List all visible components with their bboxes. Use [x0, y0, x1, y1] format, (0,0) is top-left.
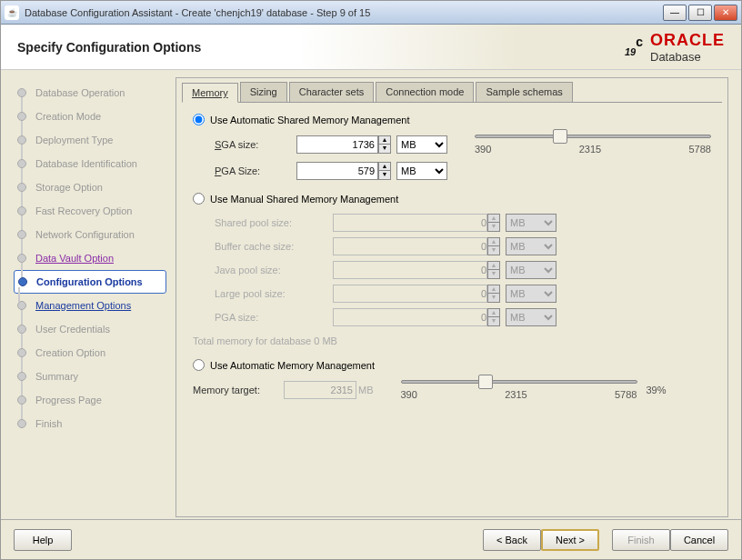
shared_pool-label: Shared pool size:	[215, 217, 333, 228]
large_pool-label: Large pool size:	[215, 288, 333, 299]
java_pool-label: Java pool size:	[215, 265, 333, 275]
radio-auto-shared-label: Use Automatic Shared Memory Management	[210, 115, 410, 125]
next-button[interactable]: Next >	[541, 529, 599, 551]
app-icon: ☕	[5, 5, 19, 20]
memory-target-percent: 39%	[647, 385, 667, 395]
sidebar-step-2: Deployment Type	[17, 128, 166, 152]
tab-memory[interactable]: Memory	[182, 83, 238, 103]
logo: 19c ORACLE Database	[625, 31, 725, 64]
help-button[interactable]: Help	[14, 529, 72, 551]
pga-label: PGA size:	[215, 312, 333, 323]
sidebar-step-7[interactable]: Data Vault Option	[17, 246, 166, 270]
buffer_cache-unit: MB	[506, 237, 556, 255]
buffer_cache-spinner: ▲▼	[487, 237, 500, 255]
tabs: Memory Sizing Character sets Connection …	[176, 78, 727, 102]
tab-sizing[interactable]: Sizing	[240, 82, 287, 102]
sidebar-step-0: Database Operation	[17, 81, 166, 105]
sga-slider[interactable]	[475, 135, 711, 138]
large_pool-input	[333, 285, 487, 303]
radio-auto[interactable]	[193, 359, 205, 371]
pga-label: PGA Size:	[215, 165, 296, 176]
header: Specify Configuration Options 19c ORACLE…	[1, 25, 741, 70]
tab-sample-schemas[interactable]: Sample schemas	[476, 82, 572, 102]
sga-unit[interactable]: MB	[396, 135, 447, 154]
memory-target-slider	[401, 380, 637, 384]
sidebar-step-5: Fast Recovery Option	[17, 199, 166, 223]
shared_pool-spinner: ▲▼	[487, 214, 500, 232]
pga-spinner: ▲▼	[487, 308, 500, 326]
back-button[interactable]: < Back	[483, 529, 541, 551]
sidebar-step-9[interactable]: Management Options	[17, 294, 166, 317]
java_pool-input	[333, 261, 487, 279]
memory-target-input	[284, 381, 356, 399]
sidebar-step-10: User Credentials	[17, 317, 166, 341]
pga-input[interactable]	[296, 162, 378, 180]
sidebar-step-8: Configuration Options	[14, 270, 166, 294]
finish-button: Finish	[612, 529, 670, 551]
java_pool-spinner: ▲▼	[487, 261, 500, 279]
sga-label: SGA size:	[215, 139, 296, 150]
pga-unit[interactable]: MB	[396, 162, 447, 180]
sidebar-step-4: Storage Option	[17, 175, 166, 199]
large_pool-unit: MB	[506, 285, 556, 303]
pga-input	[333, 308, 487, 326]
pga-unit: MB	[506, 308, 556, 326]
sidebar-step-6: Network Configuration	[17, 223, 166, 246]
radio-auto-label: Use Automatic Memory Management	[210, 360, 375, 371]
radio-manual-label: Use Manual Shared Memory Management	[210, 194, 398, 205]
sidebar-step-14: Finish	[17, 412, 166, 435]
sidebar-step-13: Progress Page	[17, 388, 166, 412]
large_pool-spinner: ▲▼	[487, 285, 500, 303]
close-button[interactable]: ✕	[714, 5, 737, 21]
total-memory-label: Total memory for database 0 MB	[193, 335, 711, 346]
page-title: Specify Configuration Options	[17, 40, 625, 55]
tab-connection-mode[interactable]: Connection mode	[376, 82, 474, 102]
memory-target-label: Memory target:	[193, 385, 284, 395]
sidebar-step-11: Creation Option	[17, 341, 166, 365]
sidebar-step-1: Creation Mode	[17, 105, 166, 128]
shared_pool-unit: MB	[506, 214, 556, 232]
sidebar-step-12: Summary	[17, 365, 166, 388]
pga-spinner[interactable]: ▲▼	[378, 162, 391, 180]
sidebar-step-3: Database Identification	[17, 152, 166, 175]
footer: Help < Back Next > Finish Cancel	[1, 519, 741, 559]
shared_pool-input	[333, 214, 487, 232]
window-title: Database Configuration Assistant - Creat…	[25, 7, 663, 18]
sga-spinner[interactable]: ▲▼	[378, 135, 391, 154]
buffer_cache-label: Buffer cache size:	[215, 241, 333, 252]
tab-character-sets[interactable]: Character sets	[289, 82, 375, 102]
buffer_cache-input	[333, 237, 487, 255]
radio-auto-shared[interactable]	[193, 114, 205, 125]
sidebar: Database OperationCreation ModeDeploymen…	[1, 70, 175, 519]
radio-manual[interactable]	[193, 193, 205, 205]
cancel-button[interactable]: Cancel	[670, 529, 728, 551]
titlebar: ☕ Database Configuration Assistant - Cre…	[1, 1, 741, 25]
maximize-button[interactable]: ☐	[688, 5, 712, 21]
java_pool-unit: MB	[506, 261, 556, 279]
minimize-button[interactable]: —	[663, 5, 687, 21]
sga-input[interactable]	[296, 135, 378, 154]
